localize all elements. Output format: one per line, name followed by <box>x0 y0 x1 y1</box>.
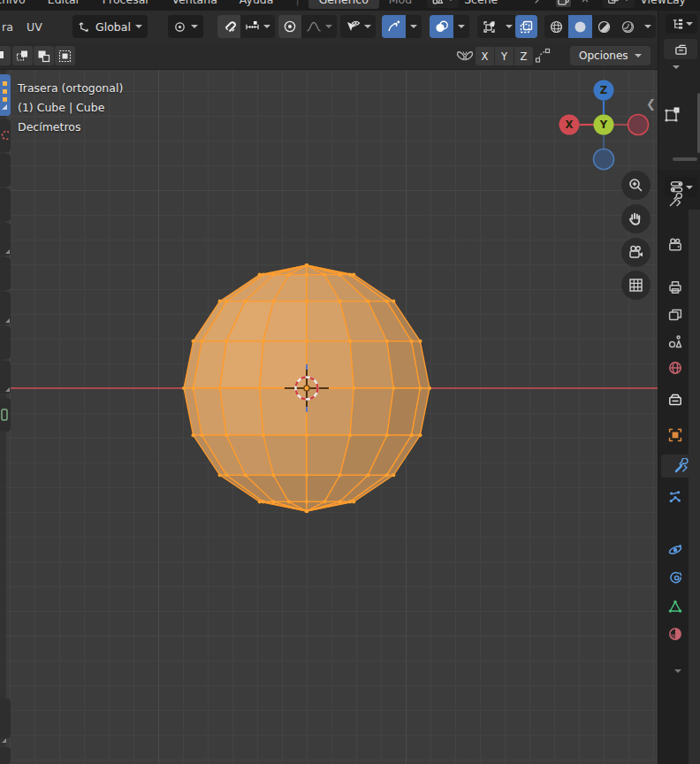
sidebar-collapse-chevron[interactable]: ❮ <box>646 97 656 111</box>
tool-icon <box>667 193 683 209</box>
close-icon[interactable] <box>580 0 590 4</box>
workspace-tab-modelado[interactable]: Mod <box>387 0 414 9</box>
tool-measure[interactable] <box>0 326 11 359</box>
navigation-gizmo[interactable]: ZXY <box>554 75 653 174</box>
transform-orientation-dropdown[interactable]: Global <box>72 15 148 38</box>
show-gizmos-toggle[interactable] <box>382 15 406 38</box>
select-mode-invert[interactable] <box>55 46 75 65</box>
select-mode-subtract[interactable] <box>34 46 54 65</box>
mirror-y-toggle[interactable]: Y <box>495 47 514 65</box>
rendered-shading-icon <box>620 19 635 34</box>
properties-tab-world[interactable] <box>661 356 689 379</box>
pan-button[interactable] <box>621 204 651 233</box>
scene-name[interactable]: Scene <box>464 0 498 6</box>
tool-move[interactable] <box>0 154 11 187</box>
chevron-down-icon <box>635 54 642 57</box>
tool-transform[interactable] <box>0 257 11 290</box>
svg-text:Y: Y <box>599 118 608 131</box>
outliner-editor-type-button[interactable] <box>666 14 697 34</box>
properties-tab-render[interactable] <box>661 233 689 256</box>
properties-tab-view-layer[interactable] <box>661 303 689 326</box>
viewport-3d[interactable]: Trasera (ortogonal) (1) Cube | Cube Decí… <box>0 69 658 764</box>
select-mode-set[interactable] <box>0 46 11 65</box>
properties-tab-particles[interactable] <box>661 485 689 508</box>
properties-tab-object[interactable] <box>661 424 689 447</box>
tool-extra-2[interactable] <box>0 747 11 764</box>
object-types-visibility-dropdown[interactable] <box>340 15 376 38</box>
menu-uv[interactable]: UV <box>27 11 42 42</box>
tool-inset[interactable] <box>0 398 11 432</box>
viewport-overlay-text: Trasera (ortogonal) (1) Cube | Cube Decí… <box>18 79 123 137</box>
tool-rotate[interactable] <box>0 188 11 221</box>
overlays-dropdown[interactable] <box>453 15 469 38</box>
view-layer-name[interactable]: ViewLay <box>640 0 686 6</box>
topbar: Archivo Editar Procesar Ventana Ayuda | … <box>0 0 700 11</box>
pivot-point-dropdown[interactable] <box>168 15 203 38</box>
properties-tab-tool[interactable] <box>661 189 689 212</box>
rendered-shading-button[interactable] <box>616 15 640 38</box>
workspace-tab-generico[interactable]: Genérico <box>308 0 379 9</box>
tool-settings-bar: X Y Z Opciones <box>0 42 658 70</box>
falloff-dropdown[interactable] <box>301 15 337 38</box>
menu-cara-clipped[interactable]: ra <box>2 11 13 42</box>
view-layer-icon <box>607 0 620 5</box>
proportional-edit-toggle[interactable] <box>278 15 301 38</box>
menu-ventana[interactable]: Ventana <box>171 0 217 6</box>
properties-tab-physics[interactable] <box>661 539 689 562</box>
topbar-separator: | <box>295 0 299 6</box>
fake-user-arrow-icon[interactable] <box>533 0 545 5</box>
new-scene-icon[interactable] <box>556 0 571 7</box>
properties-tab-constraints[interactable] <box>661 567 689 590</box>
tool-tweak-active[interactable] <box>0 74 11 116</box>
select-mode-extend[interactable] <box>12 46 33 65</box>
pivot-icon <box>173 20 186 34</box>
properties-tab-output[interactable] <box>661 276 689 299</box>
properties-tab-material[interactable] <box>661 623 689 646</box>
properties-tab-modifiers[interactable] <box>661 455 700 478</box>
tool-cursor[interactable] <box>0 119 11 152</box>
solid-shading-button[interactable] <box>568 15 592 38</box>
mirror-z-toggle[interactable]: Z <box>514 47 533 65</box>
outliner-hscrollbar[interactable] <box>673 157 697 161</box>
collection-box-icon <box>674 43 688 56</box>
tool-annotate[interactable] <box>0 292 11 325</box>
view-layer-selector[interactable] <box>603 0 635 8</box>
tool-scale[interactable] <box>0 223 11 256</box>
scene-selector[interactable] <box>427 0 459 8</box>
properties-tab-scene[interactable] <box>661 331 689 354</box>
material-shading-button[interactable] <box>592 15 616 38</box>
properties-tab-object-data[interactable] <box>661 595 689 618</box>
xray-options[interactable] <box>477 15 501 38</box>
collapse-row-chevron[interactable] <box>673 65 680 69</box>
camera-icon <box>628 244 645 261</box>
menu-ayuda[interactable]: Ayuda <box>240 0 274 6</box>
gizmos-dropdown[interactable] <box>406 15 422 38</box>
menu-editar[interactable]: Editar <box>48 0 80 6</box>
particles-icon <box>667 489 683 505</box>
tool-extrude[interactable] <box>0 361 11 393</box>
menu-archivo[interactable]: Archivo <box>0 0 26 6</box>
mesh-object-icon[interactable] <box>665 105 681 124</box>
panel-chevron[interactable] <box>674 669 681 673</box>
mirror-x-toggle[interactable]: X <box>476 47 494 65</box>
properties-tab-collection[interactable] <box>661 388 689 411</box>
chevron-down-icon <box>191 25 198 28</box>
region-resize-handle[interactable] <box>2 738 6 743</box>
toggle-xray-button[interactable] <box>515 15 537 38</box>
material-shading-icon <box>597 19 612 34</box>
wireframe-shading-button[interactable] <box>544 15 568 38</box>
options-dropdown[interactable]: Opciones <box>570 46 651 65</box>
show-overlays-toggle[interactable] <box>430 15 453 38</box>
shading-group <box>544 15 656 38</box>
shading-dropdown[interactable] <box>640 15 656 38</box>
menu-procesar[interactable]: Procesar <box>103 0 150 6</box>
new-collection-button[interactable] <box>664 39 697 59</box>
snap-toggle[interactable] <box>217 15 240 38</box>
symmetry-snap-icon[interactable] <box>535 48 552 64</box>
camera-view-button[interactable] <box>621 238 651 267</box>
toggle-ortho-button[interactable] <box>621 271 651 300</box>
zoom-button[interactable] <box>621 171 651 200</box>
tool-extra[interactable] <box>0 699 11 738</box>
snap-with-dropdown[interactable] <box>240 15 275 38</box>
chevron-down-icon <box>325 25 332 28</box>
